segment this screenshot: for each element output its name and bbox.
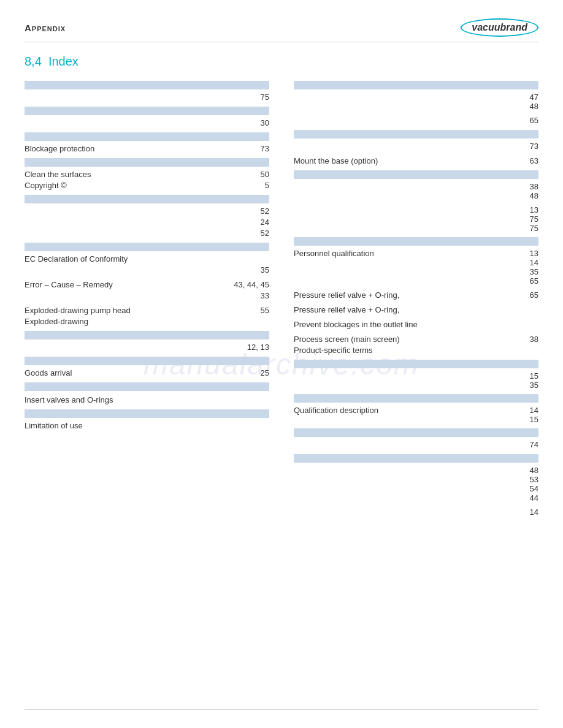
group-header-bar: [25, 409, 269, 418]
index-entry: 137575: [294, 205, 538, 233]
index-group: Qualification description 1415: [294, 394, 538, 425]
index-entry: 14: [294, 507, 538, 518]
index-entry: 3848: [294, 181, 538, 201]
group-header-bar: [25, 107, 269, 115]
index-group: Mount the base (option) 63: [294, 156, 538, 167]
group-header-bar: [25, 382, 269, 391]
index-entry: 30: [25, 118, 269, 129]
entry-pages: 75: [245, 93, 269, 102]
index-entry: 75: [25, 92, 269, 103]
entry-pages: 63: [514, 156, 538, 165]
group-header-bar: [25, 243, 269, 251]
index-group: 73: [294, 130, 538, 152]
group-header-bar: [25, 158, 269, 167]
index-entry: Pressure relief valve + O-ring, 65: [294, 290, 538, 301]
entry-label: Mount the base (option): [294, 156, 514, 165]
group-header-bar: [25, 132, 269, 141]
entry-label: Exploded-drawing pump head: [25, 306, 245, 315]
index-entry: Product-specific terms: [294, 345, 538, 356]
entry-pages: 73: [514, 142, 538, 151]
index-group: 75: [25, 81, 269, 103]
entry-pages: 52: [245, 207, 269, 216]
index-group: 14: [294, 507, 538, 518]
right-column: 4748 65 73: [294, 81, 538, 521]
index-entry: Exploded-drawing pump head 55: [25, 305, 269, 316]
entry-pages: 5: [245, 181, 269, 190]
group-header-bar: [294, 237, 538, 246]
entry-pages: 43, 44, 45: [234, 280, 269, 289]
index-entry: 1535: [294, 371, 538, 390]
entry-label: Pressure relief valve + O-ring,: [294, 290, 514, 300]
index-group: 65: [294, 115, 538, 126]
group-header-bar: [294, 170, 538, 179]
group-header-bar: [25, 331, 269, 339]
page: manualarchive.com Appendix vacuubrand 8,…: [0, 0, 563, 728]
index-group: Error – Cause – Remedy 43, 44, 45 33: [25, 279, 269, 301]
entry-pages: 12, 13: [245, 343, 269, 352]
index-entry: Goods arrival 25: [25, 368, 269, 379]
entry-label: Exploded-drawing: [25, 317, 245, 326]
index-group: 12, 13: [25, 331, 269, 353]
index-group: Goods arrival 25: [25, 357, 269, 379]
index-entry: Pressure relief valve + O-ring,: [294, 305, 538, 316]
left-column: 75 30 Blockage protection 73: [25, 81, 269, 521]
index-group: Pressure relief valve + O-ring,: [294, 305, 538, 316]
index-entry: EC Declaration of Conformity: [25, 254, 269, 265]
index-group: 137575: [294, 205, 538, 233]
index-group: Blockage protection 73: [25, 132, 269, 154]
section-title: 8,4 Index: [25, 55, 538, 69]
index-group: 4748: [294, 81, 538, 112]
index-entry: Prevent blockages in the outlet line: [294, 319, 538, 330]
entry-pages: 24: [245, 218, 269, 227]
index-entry: Mount the base (option) 63: [294, 156, 538, 167]
logo: vacuubrand: [461, 18, 538, 37]
entry-label: Process screen (main screen): [294, 335, 514, 344]
index-group: 48535444: [294, 454, 538, 503]
index-entry: Exploded-drawing: [25, 316, 269, 327]
index-entry: Insert valves and O-rings: [25, 395, 269, 406]
group-header-bar: [294, 360, 538, 368]
index-entry: 48535444: [294, 465, 538, 503]
group-header-bar: [294, 454, 538, 463]
index-group: Prevent blockages in the outlet line: [294, 319, 538, 330]
group-header-bar: [294, 428, 538, 437]
entry-label: Insert valves and O-rings: [25, 395, 245, 404]
entry-label: Limitation of use: [25, 421, 245, 430]
entry-pages: 13143565: [514, 249, 538, 286]
entry-pages: 35: [245, 265, 269, 275]
index-entry: 33: [25, 290, 269, 301]
index-entry: Personnel qualification 13143565: [294, 248, 538, 286]
group-header-bar: [294, 81, 538, 89]
entry-pages: 74: [514, 440, 538, 449]
index-entry: 35: [25, 265, 269, 276]
index-group: 74: [294, 428, 538, 450]
entry-pages: 1415: [514, 406, 538, 424]
header: Appendix vacuubrand: [25, 18, 538, 42]
entry-pages: 1535: [514, 371, 538, 390]
logo-text: vacuubrand: [472, 22, 527, 33]
index-group: Process screen (main screen) 38 Product-…: [294, 334, 538, 356]
entry-label: Pressure relief valve + O-ring,: [294, 305, 514, 314]
index-entry: 73: [294, 141, 538, 152]
entry-label: Error – Cause – Remedy: [25, 280, 234, 289]
entry-pages: 55: [245, 306, 269, 315]
index-entry: Process screen (main screen) 38: [294, 334, 538, 345]
index-entry: Limitation of use: [25, 420, 269, 431]
entry-pages: 65: [514, 116, 538, 125]
index-group: 30: [25, 107, 269, 129]
entry-label: Blockage protection: [25, 144, 245, 153]
index-entry: 52: [25, 228, 269, 239]
index-group: Pressure relief valve + O-ring, 65: [294, 290, 538, 301]
entry-label: Product-specific terms: [294, 346, 514, 355]
index-entry: Clean the surfaces 50: [25, 169, 269, 180]
entry-pages: 50: [245, 170, 269, 179]
index-entry: 24: [25, 217, 269, 228]
group-header-bar: [294, 394, 538, 403]
index-entry: Qualification description 1415: [294, 405, 538, 425]
page-title: Appendix: [25, 23, 66, 33]
index-entry: 12, 13: [25, 342, 269, 353]
entry-pages: 73: [245, 144, 269, 153]
index-entry: Error – Cause – Remedy 43, 44, 45: [25, 279, 269, 290]
index-group: 52 24 52: [25, 195, 269, 239]
entry-pages: 38: [514, 335, 538, 344]
